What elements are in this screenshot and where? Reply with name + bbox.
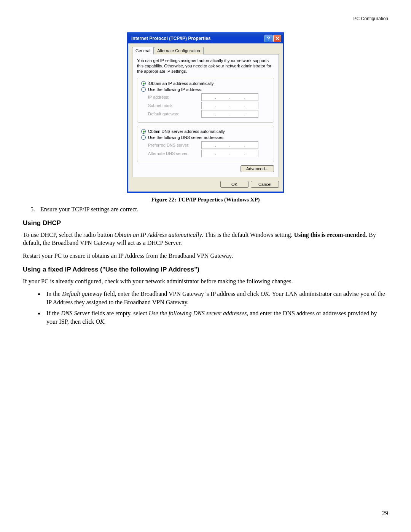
tab-general[interactable]: General [132, 47, 154, 54]
step-5: 5. Ensure your TCP/IP settings are corre… [23, 205, 139, 214]
radio-icon [141, 129, 146, 134]
help-button[interactable]: ? [264, 35, 272, 42]
dns-group: Obtain DNS server address automatically … [137, 126, 274, 162]
radio-label: Use the following DNS server addresses: [148, 135, 225, 140]
preferred-dns-input[interactable]: ... [201, 141, 258, 149]
titlebar: Internet Protocol (TCP/IP) Properties ? … [128, 34, 283, 43]
body-text: 5. Ensure your TCP/IP settings are corre… [23, 205, 388, 326]
cancel-button[interactable]: Cancel [251, 181, 279, 188]
list-item: If the DNS Server fields are empty, sele… [44, 309, 388, 326]
field-preferred-dns: Preferred DNS server: ... [148, 141, 270, 149]
heading-fixed-ip: Using a fixed IP Address ("Use the follo… [23, 265, 388, 274]
radio-dns-manual[interactable]: Use the following DNS server addresses: [141, 135, 270, 140]
dialog-description: You can get IP settings assigned automat… [137, 58, 274, 74]
ip-address-input[interactable]: ... [201, 93, 258, 101]
radio-ip-auto[interactable]: Obtain an IP address automatically [141, 81, 270, 86]
radio-label: Use the following IP address: [148, 87, 202, 92]
tab-panel-general: You can get IP settings assigned automat… [132, 54, 279, 177]
field-gateway: Default gateway: ... [148, 110, 270, 118]
radio-dns-auto[interactable]: Obtain DNS server address automatically [141, 129, 270, 134]
page-number: 29 [382, 510, 388, 517]
field-subnet: Subnet mask: ... [148, 102, 270, 109]
ok-button[interactable]: OK [220, 181, 249, 188]
heading-using-dhcp: Using DHCP [23, 219, 388, 228]
fixed-bullets: In the Default gateway field, enter the … [23, 290, 388, 326]
dialog-title: Internet Protocol (TCP/IP) Properties [131, 36, 264, 41]
tab-strip: General Alternate Configuration [132, 46, 279, 54]
field-label: Alternate DNS server: [148, 151, 201, 156]
step-number: 5. [30, 205, 40, 214]
radio-icon [141, 135, 146, 140]
radio-ip-manual[interactable]: Use the following IP address: [141, 87, 270, 92]
dhcp-paragraph-1: To use DHCP, select the radio button Obt… [23, 231, 388, 247]
radio-label: Obtain an IP address automatically [148, 81, 214, 86]
radio-label: Obtain DNS server address automatically [148, 129, 225, 134]
ip-group: Obtain an IP address automatically Use t… [137, 78, 274, 123]
field-alternate-dns: Alternate DNS server: ... [148, 150, 270, 157]
dialog-buttons: OK Cancel [132, 181, 279, 188]
step-text: Ensure your TCP/IP settings are correct. [40, 205, 139, 214]
fixed-paragraph-1: If your PC is already configured, check … [23, 277, 388, 286]
advanced-row: Advanced... [137, 165, 274, 172]
advanced-button[interactable]: Advanced... [241, 165, 274, 172]
dhcp-paragraph-2: Restart your PC to ensure it obtains an … [23, 252, 388, 260]
page-content: Internet Protocol (TCP/IP) Properties ? … [23, 32, 388, 329]
gateway-input[interactable]: ... [201, 110, 258, 118]
radio-icon [141, 81, 146, 86]
field-label: Preferred DNS server: [148, 143, 201, 147]
tcpip-dialog: Internet Protocol (TCP/IP) Properties ? … [127, 32, 284, 193]
figure-caption: Figure 22: TCP/IP Properties (Windows XP… [23, 197, 388, 203]
alternate-dns-input[interactable]: ... [201, 150, 258, 157]
tab-alternate[interactable]: Alternate Configuration [154, 47, 204, 54]
radio-icon [141, 87, 146, 92]
page-header: PC Configuration [354, 16, 388, 21]
list-item: In the Default gateway field, enter the … [44, 290, 388, 306]
subnet-input[interactable]: ... [201, 102, 258, 109]
field-label: Subnet mask: [148, 103, 201, 108]
dialog-body: General Alternate Configuration You can … [128, 43, 283, 192]
dialog-figure: Internet Protocol (TCP/IP) Properties ? … [23, 32, 388, 193]
field-ip-address: IP address: ... [148, 93, 270, 101]
field-label: IP address: [148, 95, 201, 99]
field-label: Default gateway: [148, 112, 201, 116]
close-button[interactable]: ✕ [273, 35, 281, 42]
